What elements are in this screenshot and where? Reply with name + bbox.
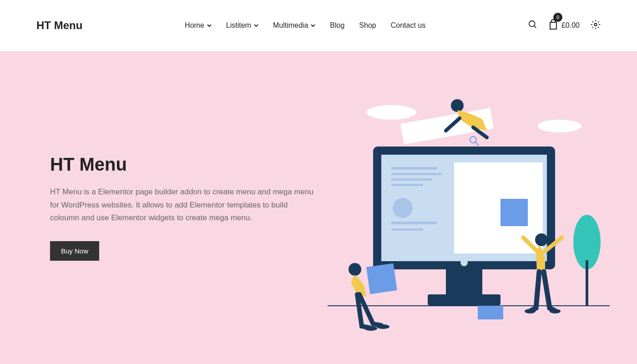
svg-point-3 [366,105,416,120]
svg-point-32 [535,233,548,246]
header: HT Menu Home Listitem Multimedia Blog Sh… [0,0,637,51]
nav-label: Shop [359,21,376,30]
svg-rect-21 [391,184,423,186]
nav-blog[interactable]: Blog [330,21,344,30]
cart-price: £0.00 [561,21,580,30]
logo[interactable]: HT Menu [36,19,82,32]
svg-point-0 [529,21,535,27]
nav-label: Contact us [391,21,425,30]
nav-contact[interactable]: Contact us [391,21,425,30]
svg-rect-18 [391,167,437,170]
svg-rect-6 [586,260,588,306]
svg-point-28 [349,263,361,276]
svg-point-16 [451,99,464,112]
svg-rect-29 [366,263,397,294]
svg-point-22 [393,198,413,218]
nav-listitem[interactable]: Listitem [226,21,258,30]
hero-content: HT Menu HT Menu is a Elementor page buil… [0,154,314,261]
svg-point-31 [377,324,389,329]
cart-badge: 0 [553,13,562,22]
svg-line-1 [534,26,536,28]
hero-description: HT Menu is a Elementor page builder addo… [50,186,314,225]
chevron-down-icon [207,23,212,28]
svg-point-34 [550,309,561,313]
svg-point-14 [470,136,476,143]
nav-label: Home [185,21,204,30]
svg-rect-11 [428,294,500,305]
buy-now-button[interactable]: Buy Now [50,241,99,261]
svg-rect-27 [478,306,503,319]
svg-point-12 [460,259,468,266]
svg-point-2 [594,23,597,26]
nav-label: Multimedia [273,21,308,30]
gear-icon [591,20,601,31]
svg-rect-25 [454,162,543,253]
chevron-down-icon [311,23,315,28]
svg-rect-26 [500,199,528,226]
hero-title: HT Menu [50,154,314,175]
nav-label: Blog [330,21,344,30]
chevron-down-icon [254,23,258,28]
header-actions: 0 £0.00 [528,19,601,32]
svg-rect-23 [391,222,437,224]
svg-rect-10 [446,269,482,294]
cart-button[interactable]: 0 £0.00 [549,19,580,32]
main-nav: Home Listitem Multimedia Blog Shop Conta… [185,21,425,30]
svg-point-4 [538,120,581,132]
search-icon [528,20,538,31]
nav-shop[interactable]: Shop [359,21,376,30]
svg-point-33 [525,309,536,313]
nav-multimedia[interactable]: Multimedia [273,21,315,30]
hero-illustration [328,87,610,342]
svg-point-30 [364,326,377,331]
nav-home[interactable]: Home [185,21,212,30]
svg-rect-24 [391,228,423,231]
hero-section: HT Menu HT Menu is a Elementor page buil… [0,51,637,364]
nav-label: Listitem [226,21,251,30]
svg-line-15 [475,142,479,146]
search-button[interactable] [528,20,538,31]
settings-button[interactable] [591,20,601,31]
svg-rect-19 [391,173,441,175]
svg-rect-20 [391,178,432,181]
